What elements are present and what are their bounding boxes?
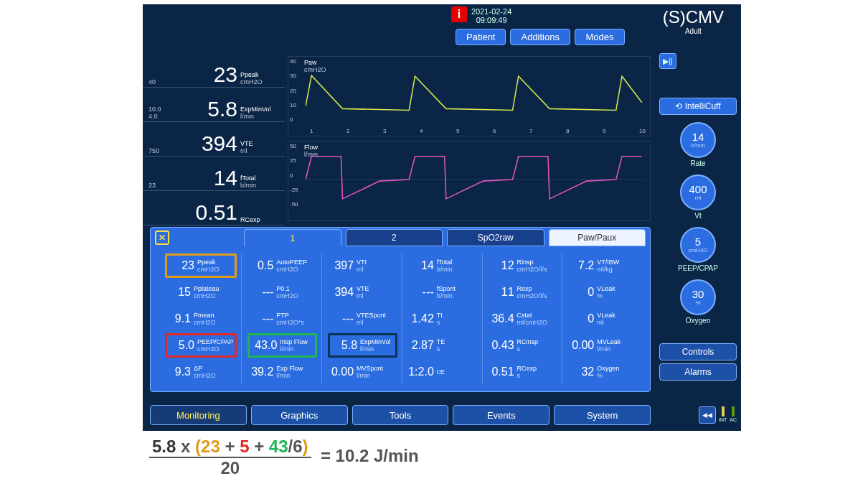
int-indicator: INT: [719, 406, 727, 424]
metric-rcinsp: 0.43RCinsps: [489, 333, 558, 358]
left-readings: 40 23 PpeakcmH2O10.04.0 5.8 ExpMinVoll/m…: [143, 53, 285, 225]
metric-ti: 1.42TIs: [408, 307, 478, 331]
metric-oxygen: 32Oxygen%: [568, 360, 638, 384]
paw-graph: PawcmH2O 403020100 12345678910: [288, 56, 651, 136]
metric-vtibw: 7.2VT/IBWml/kg: [568, 253, 638, 278]
metric-p01: ---P0.1cmH2O: [247, 280, 317, 304]
metric-ptp: ---PTPcmH2O*s: [247, 307, 317, 331]
flow-graph: Flowl/min 50250-25-50: [288, 141, 651, 221]
tab-tools[interactable]: Tools: [352, 405, 449, 425]
alarms-button[interactable]: Alarms: [659, 363, 737, 381]
info-icon[interactable]: i: [451, 6, 467, 22]
tab-graphics[interactable]: Graphics: [251, 405, 348, 425]
metric-ppeak: 23PpeakcmH2O: [165, 253, 237, 278]
speaker-icon[interactable]: ◀◀: [699, 406, 716, 424]
dial-rate[interactable]: 14b/min: [680, 122, 716, 158]
bottom-tabs: Monitoring Graphics Tools Events System: [150, 405, 651, 425]
waveform-graphs: PawcmH2O 403020100 12345678910 Flowl/min…: [288, 56, 651, 228]
tab-monitoring[interactable]: Monitoring: [150, 405, 247, 425]
close-icon[interactable]: ✕: [155, 230, 169, 245]
time: 09:09:49: [476, 16, 507, 24]
additions-button[interactable]: Additions: [510, 29, 570, 45]
date: 2021-02-24: [471, 7, 511, 16]
monitoring-panel: ✕ 1 2 SpO2raw Paw/Paux 23PpeakcmH2O15Ppl…: [150, 227, 651, 392]
datetime: 2021-02-24 09:09:49: [471, 7, 511, 24]
reading-rcexp: 0.51 RCexp: [143, 191, 285, 225]
mode-label: (S)CMV Adult: [663, 7, 724, 35]
tab-system[interactable]: System: [554, 405, 651, 425]
metric-peepcpap: 5.0PEEP/CPAPcmH2O: [165, 333, 237, 358]
patient-type: Adult: [663, 27, 724, 35]
panel-grid: 23PpeakcmH2O15PplateaucmH2O9.1PmeancmH2O…: [165, 253, 643, 384]
panel-tabs: 1 2 SpO2raw Paw/Paux: [244, 229, 646, 246]
metric-vti: 397VTIml: [328, 253, 397, 278]
tab-events[interactable]: Events: [453, 405, 549, 425]
status-icons: ◀◀ INT AC: [699, 406, 737, 424]
dial-vt[interactable]: 400ml: [680, 174, 716, 210]
metric-vte: 394VTEml: [328, 280, 397, 304]
metric-rcexp: 0.51RCexps: [489, 360, 558, 384]
formula-result: 10.2 J/min: [336, 446, 419, 465]
tab-spo2raw[interactable]: SpO2raw: [447, 229, 544, 246]
metric-rexp: 11RexpcmH2O/l/s: [489, 280, 558, 304]
intellicuff-button[interactable]: ⟲ IntelliCuff: [659, 98, 737, 115]
metric-pmean: 9.1PmeancmH2O: [165, 307, 237, 331]
ventilator-screen: i 2021-02-24 09:09:49 (S)CMV Adult Patie…: [143, 4, 741, 431]
metric-ftotal: 14fTotalb/min: [408, 253, 478, 278]
metric-mvspont: 0.00MVSpontl/min: [328, 360, 397, 384]
mode-name: (S)CMV: [663, 7, 724, 27]
tab-1[interactable]: 1: [244, 229, 341, 246]
metric-ie: 1:2.0I:E: [408, 360, 478, 384]
metric-expminvol: 5.8ExpMinVoll/min: [328, 333, 397, 358]
formula: 5.8 x (23 + 5 + 43/6) 20 = 10.2 J/min: [149, 437, 419, 478]
right-sidebar: ▶|| ⟲ IntelliCuff 14b/minRate400mlVt5cmH…: [655, 49, 741, 431]
modes-button[interactable]: Modes: [575, 29, 625, 45]
reading-ftotal: 23 14 fTotalb/min: [143, 157, 285, 191]
metric-autopeep: 0.5AutoPEEPcmH2O: [247, 253, 317, 278]
reading-expminvol: 10.04.0 5.8 ExpMinVoll/min: [143, 88, 285, 122]
metric-te: 2.87TEs: [408, 333, 478, 358]
metric-expflow: 39.2Exp Flowl/min: [247, 360, 317, 384]
reading-ppeak: 40 23 PpeakcmH2O: [143, 53, 285, 88]
metric-vleak: 0VLeakml: [568, 307, 638, 331]
tab-paw-paux[interactable]: Paw/Paux: [549, 229, 646, 246]
header-buttons: Patient Additions Modes: [456, 29, 625, 45]
ac-indicator: AC: [730, 406, 737, 424]
metric-fspont: ---fSpontb/min: [408, 280, 478, 304]
dial-peepcpap[interactable]: 5cmH2O: [680, 227, 716, 263]
reading-vte: 750 394 VTEml: [143, 122, 285, 157]
metric-vleak: 0VLeak%: [568, 280, 638, 304]
metric-pplateau: 15PplateaucmH2O: [165, 280, 237, 304]
controls-button[interactable]: Controls: [659, 343, 737, 360]
metric-vtespont: ---VTESpontml: [328, 307, 397, 331]
metric-inspflow: 43.0Insp Flowl/min: [247, 333, 317, 358]
metric-mvleak: 0.00MVLeakl/min: [568, 333, 638, 358]
patient-button[interactable]: Patient: [456, 29, 506, 45]
main-area: 40 23 PpeakcmH2O10.04.0 5.8 ExpMinVoll/m…: [143, 49, 654, 431]
header: i 2021-02-24 09:09:49 (S)CMV Adult Patie…: [143, 4, 741, 49]
dial-oxygen[interactable]: 30%: [680, 279, 716, 315]
tab-2[interactable]: 2: [346, 229, 443, 246]
metric-p: 9.3ΔPcmH2O: [165, 360, 237, 384]
metric-rinsp: 12RinspcmH2O/l/s: [489, 253, 558, 278]
metric-cstat: 36.4Cstatml/cmH2O: [489, 307, 558, 331]
pause-icon[interactable]: ▶||: [659, 53, 676, 69]
